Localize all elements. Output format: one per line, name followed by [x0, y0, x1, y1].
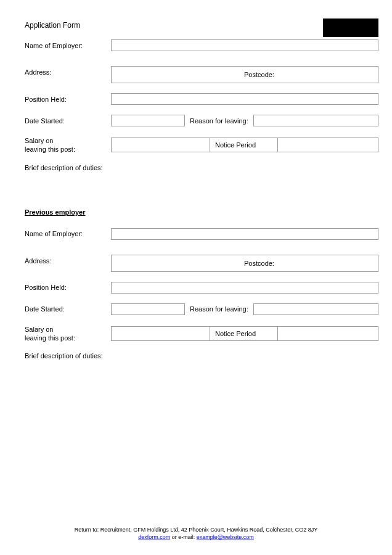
prev-address-label: Address: [25, 257, 111, 265]
prev-salary-label-1: Salary on [25, 326, 53, 333]
position-held-label: Position Held: [25, 96, 111, 103]
date-started-input[interactable] [111, 115, 185, 126]
salary-input[interactable] [111, 138, 210, 152]
page-title: Application Form [25, 18, 80, 30]
prev-date-started-input[interactable] [111, 303, 185, 315]
prev-postcode-label: Postcode: [244, 260, 274, 267]
prev-notice-period-label-cell: Notice Period [210, 326, 277, 341]
prev-reason-for-leaving-input[interactable] [253, 303, 378, 315]
name-of-employer-input[interactable] [111, 39, 378, 51]
position-held-input[interactable] [111, 93, 378, 105]
footer-text: Return to: Recruitment, GFM Holdings Ltd… [75, 527, 318, 533]
logo-block [323, 18, 378, 37]
salary-label-2: leaving this post: [25, 146, 75, 153]
footer-mid: or e-mail: [170, 534, 197, 540]
previous-employer-header: Previous employer [25, 208, 378, 216]
prev-salary-input[interactable] [111, 326, 210, 341]
postcode-row[interactable]: Postcode: [111, 66, 378, 83]
prev-name-of-employer-label: Name of Employer: [25, 230, 111, 237]
prev-salary-label-2: leaving this post: [25, 334, 75, 342]
footer: Return to: Recruitment, GFM Holdings Ltd… [0, 526, 392, 541]
prev-reason-for-leaving-label: Reason for leaving: [190, 305, 248, 313]
address-label: Address: [25, 68, 111, 76]
date-started-label: Date Started: [25, 117, 111, 125]
name-of-employer-label: Name of Employer: [25, 42, 111, 49]
postcode-label: Postcode: [244, 71, 274, 78]
notice-period-label-cell: Notice Period [210, 138, 277, 152]
footer-link-2[interactable]: example@website.com [197, 534, 254, 540]
footer-link-1[interactable]: dexform.com [138, 534, 170, 540]
prev-position-held-label: Position Held: [25, 284, 111, 291]
brief-description-label: Brief description of duties: [25, 164, 378, 171]
notice-period-input[interactable] [277, 138, 378, 152]
prev-name-of-employer-input[interactable] [111, 228, 378, 240]
salary-label-1: Salary on [25, 137, 53, 144]
prev-brief-description-label: Brief description of duties: [25, 352, 378, 360]
prev-postcode-row[interactable]: Postcode: [111, 255, 378, 272]
prev-date-started-label: Date Started: [25, 305, 111, 313]
reason-for-leaving-input[interactable] [253, 115, 378, 126]
prev-position-held-input[interactable] [111, 282, 378, 294]
reason-for-leaving-label: Reason for leaving: [190, 117, 248, 125]
prev-notice-period-input[interactable] [277, 326, 378, 341]
